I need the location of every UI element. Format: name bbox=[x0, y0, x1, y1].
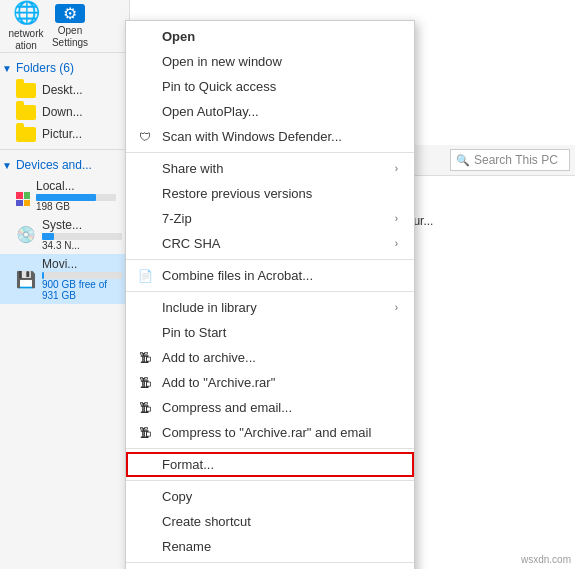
sidebar-item-downloads[interactable]: Down... bbox=[0, 101, 129, 123]
menu-label-combine-acrobat: Combine files in Acrobat... bbox=[162, 268, 313, 283]
menu-label-scan-defender: Scan with Windows Defender... bbox=[162, 129, 342, 144]
drive-movie-icon: 💾 bbox=[16, 270, 36, 289]
menu-item-pin-start[interactable]: Pin to Start bbox=[126, 320, 414, 345]
search-icon: 🔍 bbox=[456, 154, 470, 167]
menu-sep-4 bbox=[126, 448, 414, 449]
menu-item-open-autoplay[interactable]: Open AutoPlay... bbox=[126, 99, 414, 124]
menu-label-rename: Rename bbox=[162, 539, 211, 554]
menu-item-scan-defender[interactable]: 🛡 Scan with Windows Defender... bbox=[126, 124, 414, 149]
open-settings-box[interactable]: ⚙ Open Settings bbox=[52, 8, 88, 44]
network-icon: 🌐 bbox=[13, 0, 40, 26]
menu-item-create-shortcut[interactable]: Create shortcut bbox=[126, 509, 414, 534]
menu-sep-5 bbox=[126, 480, 414, 481]
sidebar-devices-label: Devices and... bbox=[16, 158, 92, 172]
menu-label-pin-start: Pin to Start bbox=[162, 325, 226, 340]
menu-label-pin-quick: Pin to Quick access bbox=[162, 79, 276, 94]
drive-movie-name: Movi... bbox=[42, 257, 122, 271]
menu-item-open-new-window[interactable]: Open in new window bbox=[126, 49, 414, 74]
drive-sys-name: Syste... bbox=[42, 218, 122, 232]
menu-item-compress-rar-email[interactable]: 🗜 Compress to "Archive.rar" and email bbox=[126, 420, 414, 445]
menu-label-crc-sha: CRC SHA bbox=[162, 236, 221, 251]
gear-icon: ⚙ bbox=[55, 4, 85, 23]
folder-icon bbox=[16, 82, 36, 98]
menu-item-format[interactable]: Format... bbox=[126, 452, 414, 477]
chevron-down-icon-2: ▼ bbox=[2, 160, 12, 171]
drive-icon bbox=[16, 185, 30, 207]
compress-icon: 🗜 bbox=[136, 399, 154, 417]
context-menu: Open Open in new window Pin to Quick acc… bbox=[125, 20, 415, 569]
menu-label-7zip: 7-Zip bbox=[162, 211, 192, 226]
arrow-icon-lib: › bbox=[395, 302, 398, 313]
menu-item-7zip[interactable]: 7-Zip › bbox=[126, 206, 414, 231]
menu-label-add-archive-rar: Add to "Archive.rar" bbox=[162, 375, 275, 390]
sidebar: 🌐 network ation ⚙ Open Settings ▼ Folder… bbox=[0, 0, 130, 569]
sidebar-item-desktop[interactable]: Deskt... bbox=[0, 79, 129, 101]
menu-label-restore-versions: Restore previous versions bbox=[162, 186, 312, 201]
drive-name: Local... bbox=[36, 179, 116, 193]
sidebar-drive-local[interactable]: Local... 198 GB bbox=[0, 176, 129, 215]
drive-info: Local... 198 GB bbox=[36, 179, 116, 212]
drive-system-icon: 💿 bbox=[16, 225, 36, 244]
menu-label-copy: Copy bbox=[162, 489, 192, 504]
menu-label-open-new-window: Open in new window bbox=[162, 54, 282, 69]
chevron-down-icon: ▼ bbox=[2, 63, 12, 74]
sidebar-item-pictures[interactable]: Pictur... bbox=[0, 123, 129, 145]
sidebar-devices-header[interactable]: ▼ Devices and... bbox=[0, 154, 129, 176]
menu-item-add-archive-rar[interactable]: 🗜 Add to "Archive.rar" bbox=[126, 370, 414, 395]
menu-label-compress-email: Compress and email... bbox=[162, 400, 292, 415]
archive-icon: 🗜 bbox=[136, 349, 154, 367]
arrow-icon: › bbox=[395, 163, 398, 174]
menu-label-share-with: Share with bbox=[162, 161, 223, 176]
menu-label-open-autoplay: Open AutoPlay... bbox=[162, 104, 259, 119]
menu-item-add-archive[interactable]: 🗜 Add to archive... bbox=[126, 345, 414, 370]
folder-pictures-icon bbox=[16, 126, 36, 142]
menu-label-include-library: Include in library bbox=[162, 300, 257, 315]
drive-sys-info: Syste... 34.3 N... bbox=[42, 218, 122, 251]
folder-label: Deskt... bbox=[42, 83, 83, 97]
menu-item-open[interactable]: Open bbox=[126, 24, 414, 49]
menu-item-crc-sha[interactable]: CRC SHA › bbox=[126, 231, 414, 256]
drive-movie-size: 900 GB free of 931 GB bbox=[42, 279, 122, 301]
menu-item-share-with[interactable]: Share with › bbox=[126, 156, 414, 181]
menu-item-pin-quick[interactable]: Pin to Quick access bbox=[126, 74, 414, 99]
menu-item-copy[interactable]: Copy bbox=[126, 484, 414, 509]
shield-icon: 🛡 bbox=[136, 128, 154, 146]
menu-item-rename[interactable]: Rename bbox=[126, 534, 414, 559]
sidebar-top-icons: 🌐 network ation ⚙ Open Settings bbox=[0, 0, 129, 52]
watermark: wsxdn.com bbox=[521, 554, 571, 565]
search-placeholder: Search This PC bbox=[474, 153, 558, 167]
menu-sep-2 bbox=[126, 259, 414, 260]
menu-item-include-library[interactable]: Include in library › bbox=[126, 295, 414, 320]
sidebar-folders-header[interactable]: ▼ Folders (6) bbox=[0, 57, 129, 79]
menu-label-add-archive: Add to archive... bbox=[162, 350, 256, 365]
menu-label-format: Format... bbox=[162, 457, 214, 472]
acrobat-icon: 📄 bbox=[136, 267, 154, 285]
menu-item-compress-email[interactable]: 🗜 Compress and email... bbox=[126, 395, 414, 420]
open-settings-label: Open Settings bbox=[52, 25, 88, 49]
archive-rar-icon: 🗜 bbox=[136, 374, 154, 392]
folder-download-icon bbox=[16, 104, 36, 120]
drive-size: 198 GB bbox=[36, 201, 116, 212]
network-label: network ation bbox=[8, 28, 43, 52]
network-icon-box[interactable]: 🌐 network ation bbox=[8, 8, 44, 44]
menu-label-compress-rar-email: Compress to "Archive.rar" and email bbox=[162, 425, 371, 440]
search-box[interactable]: 🔍 Search This PC bbox=[450, 149, 570, 171]
arrow-icon-crc: › bbox=[395, 238, 398, 249]
menu-label-create-shortcut: Create shortcut bbox=[162, 514, 251, 529]
drive-movie-info: Movi... 900 GB free of 931 GB bbox=[42, 257, 122, 301]
menu-sep-1 bbox=[126, 152, 414, 153]
arrow-icon-7zip: › bbox=[395, 213, 398, 224]
menu-sep-3 bbox=[126, 291, 414, 292]
menu-item-restore-versions[interactable]: Restore previous versions bbox=[126, 181, 414, 206]
drive-sys-size: 34.3 N... bbox=[42, 240, 122, 251]
compress-rar-icon: 🗜 bbox=[136, 424, 154, 442]
sidebar-folders-label: Folders (6) bbox=[16, 61, 74, 75]
folder-label: Pictur... bbox=[42, 127, 82, 141]
menu-item-combine-acrobat[interactable]: 📄 Combine files in Acrobat... bbox=[126, 263, 414, 288]
menu-sep-6 bbox=[126, 562, 414, 563]
menu-label-open: Open bbox=[162, 29, 195, 44]
folder-label: Down... bbox=[42, 105, 83, 119]
sidebar-drive-movie[interactable]: 💾 Movi... 900 GB free of 931 GB bbox=[0, 254, 129, 304]
sidebar-drive-system[interactable]: 💿 Syste... 34.3 N... bbox=[0, 215, 129, 254]
